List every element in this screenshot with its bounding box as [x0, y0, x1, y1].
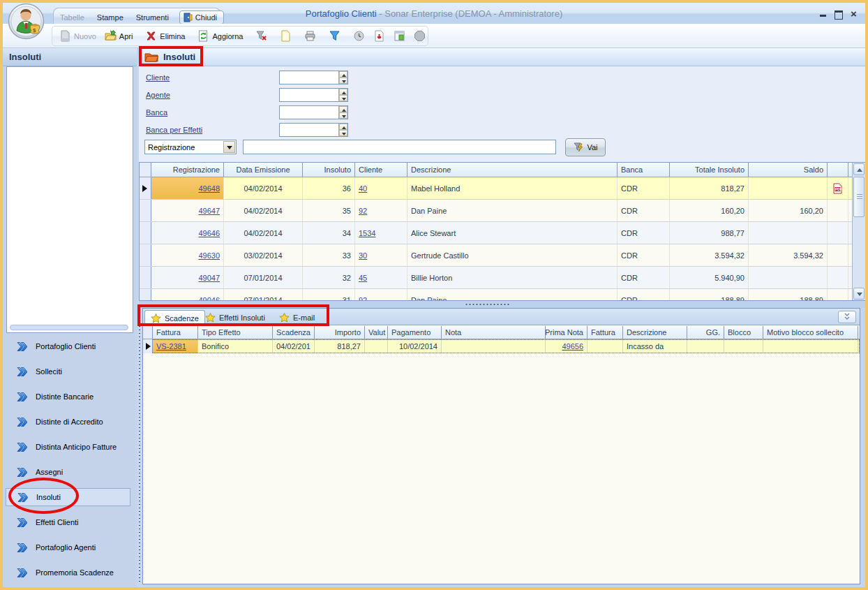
collapse-panel-button[interactable]	[838, 311, 856, 323]
annotation-box-title	[139, 46, 203, 66]
chevron-right-icon	[17, 518, 27, 527]
search-field-select[interactable]: Registrazione	[144, 140, 237, 154]
table-row[interactable]: 4964704/02/20143592Dan PaineCDR160,20160…	[140, 200, 865, 222]
table-row[interactable]: VS-2381Bonifico04/02/201818,2710/02/2014…	[143, 339, 860, 353]
insoluti-grid: RegistrazioneData EmissioneInsolutoClien…	[139, 162, 865, 301]
filter-label-banca-effetti[interactable]: Banca per Effetti	[146, 126, 202, 134]
minimize-button[interactable]	[818, 9, 828, 18]
close-button[interactable]: ×	[849, 9, 858, 18]
column-header[interactable]: Totale Insoluto	[670, 163, 749, 177]
column-header[interactable]: Fattura	[588, 326, 623, 339]
column-header[interactable]: Motivo blocco sollecito	[763, 326, 858, 339]
filter-input-banca[interactable]	[279, 105, 348, 119]
filter-input-cliente[interactable]	[279, 71, 348, 84]
export-button[interactable]	[369, 28, 389, 45]
annotation-ellipse-insoluti	[8, 478, 79, 514]
elimina-button[interactable]: Elimina	[141, 28, 189, 45]
user-avatar-icon[interactable]: $	[8, 3, 45, 40]
table-row[interactable]: 4904607/01/20143192Dan PaineCDR188,89188…	[140, 289, 865, 301]
chevron-right-icon	[17, 443, 27, 452]
toolbar: Nuovo Apri Elimina Aggiorna	[3, 24, 865, 48]
column-header[interactable]: Registrazione	[151, 163, 224, 177]
new-document-icon	[59, 30, 71, 42]
sidebar-item-portafoglio-agenti[interactable]: Portafoglio Agenti	[6, 538, 130, 556]
sidebar-horizontal-scrollbar[interactable]	[10, 325, 128, 330]
column-header[interactable]: Cliente	[355, 163, 407, 177]
clock-icon	[353, 30, 365, 42]
search-input[interactable]	[243, 140, 556, 154]
sidebar-list-panel	[6, 66, 133, 333]
chiudi-button[interactable]: Chiudi	[179, 10, 224, 24]
filter-label-agente[interactable]: Agente	[146, 91, 170, 99]
dropdown-arrow-icon	[223, 141, 235, 153]
window-view-button[interactable]	[389, 28, 410, 45]
sidebar-item-portafoglio-clienti[interactable]: Portafoglio Clienti	[6, 337, 130, 355]
sidebar-item-distinta-anticipo-fatture[interactable]: Distinta Anticipo Fatture	[6, 438, 130, 456]
column-header[interactable]: Tipo Effetto	[198, 326, 273, 339]
filter-label-banca[interactable]: Banca	[146, 108, 167, 117]
menu-tabelle[interactable]: Tabelle	[54, 13, 91, 22]
column-header[interactable]: Banca	[618, 163, 670, 177]
sidebar-item-effetti-clienti[interactable]: Effetti Clienti	[6, 513, 130, 531]
column-header[interactable]: Saldo	[749, 163, 828, 177]
column-header[interactable]: Pagamento	[388, 326, 442, 339]
chevron-right-icon	[17, 342, 27, 351]
sidebar-header: Insoluti	[3, 48, 137, 66]
column-header[interactable]: Scadenza	[273, 326, 315, 339]
chevron-right-icon	[17, 468, 27, 477]
aggiorna-button[interactable]: Aggiorna	[193, 28, 247, 45]
menu-strumenti[interactable]: Strumenti	[130, 13, 175, 22]
svg-text:PDF: PDF	[835, 187, 842, 191]
chevron-right-icon	[17, 392, 27, 401]
sidebar-item-assegni[interactable]: Assegni	[6, 463, 130, 481]
column-header[interactable]: Data Emissione	[224, 163, 303, 177]
window-title: Portafoglio Clienti - Sonar Enterprise (…	[226, 3, 642, 24]
nuovo-button[interactable]: Nuovo	[55, 28, 100, 45]
apri-button[interactable]: Apri	[100, 28, 137, 45]
stop-button[interactable]	[410, 28, 430, 45]
chevron-right-icon	[17, 543, 27, 552]
column-header[interactable]: Descrizione	[407, 163, 618, 177]
scroll-down-button[interactable]	[853, 288, 865, 300]
grid-vertical-scrollbar[interactable]	[852, 163, 865, 300]
clear-filter-button[interactable]	[251, 28, 271, 45]
column-header[interactable]: Descrizione	[623, 326, 687, 339]
pdf-icon[interactable]: PDF	[832, 183, 843, 194]
scroll-up-button[interactable]	[853, 163, 865, 175]
printer-icon	[304, 30, 316, 42]
scroll-thumb[interactable]	[853, 177, 865, 217]
refresh-icon	[197, 30, 209, 42]
title-bar: Tabelle Stampe Strumenti Chiudi Portafog…	[3, 3, 865, 24]
maximize-button[interactable]	[834, 9, 843, 18]
table-row[interactable]: 4964804/02/20143640Mabel HollandCDR818,2…	[140, 177, 865, 200]
sidebar-item-distinte-bancarie[interactable]: Distinte Bancarie	[6, 388, 130, 406]
scadenze-grid: FatturaTipo EffettoScadenzaImportoValutP…	[143, 326, 860, 353]
column-header[interactable]: Blocco	[724, 326, 763, 339]
sidebar-item-solleciti[interactable]: Solleciti	[6, 362, 130, 381]
column-header[interactable]: Valut	[365, 326, 388, 339]
chevron-right-icon	[17, 367, 27, 376]
filter-input-banca-effetti[interactable]	[279, 123, 348, 137]
annotation-box-tabs	[137, 304, 329, 326]
column-header[interactable]: Importo	[315, 326, 365, 339]
filter-input-agente[interactable]	[279, 88, 348, 102]
column-header[interactable]: Insoluto	[303, 163, 355, 177]
column-header[interactable]: Prima Nota	[546, 326, 588, 339]
column-header[interactable]: Fattura	[153, 326, 198, 339]
column-header[interactable]: GG.	[687, 326, 724, 339]
table-row[interactable]: 4904707/01/20143245Billie HortonCDR5.940…	[140, 267, 865, 289]
sidebar-item-promemoria-scadenze[interactable]: Promemoria Scadenze	[6, 563, 130, 582]
row-indicator-arrow	[142, 185, 147, 192]
vai-button[interactable]: Vai	[565, 138, 606, 156]
sidebar-item-distinte-di-accredito[interactable]: Distinte di Accredito	[6, 413, 130, 431]
new-page-button[interactable]	[276, 28, 296, 45]
clock-button[interactable]	[349, 28, 369, 45]
menu-stampe[interactable]: Stampe	[91, 13, 130, 22]
filter-button[interactable]	[324, 28, 345, 45]
table-row[interactable]: 4964604/02/2014341534Alice StewartCDR988…	[140, 222, 865, 244]
filter-label-cliente[interactable]: Cliente	[146, 73, 170, 82]
table-row[interactable]: 4963003/02/20143330Gertrude CastilloCDR3…	[140, 244, 865, 267]
print-button[interactable]	[300, 28, 320, 45]
column-header[interactable]	[828, 163, 848, 177]
column-header[interactable]: Nota	[442, 326, 546, 339]
